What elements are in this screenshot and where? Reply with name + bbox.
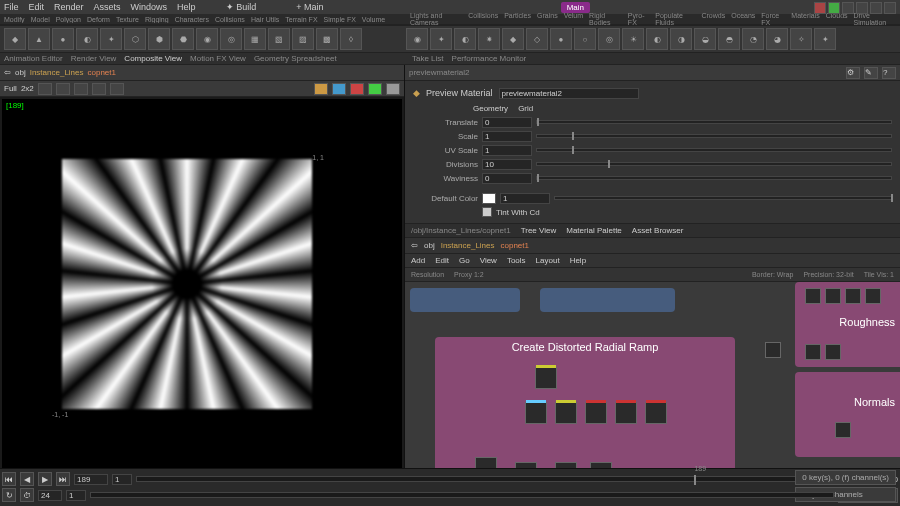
cop-node[interactable] xyxy=(615,402,637,424)
pane-tab[interactable]: Animation Editor xyxy=(4,54,63,63)
translate-slider[interactable] xyxy=(536,120,892,124)
shelf-tool-icon[interactable]: ◎ xyxy=(598,28,620,50)
step-back-icon[interactable]: ◀ xyxy=(20,472,34,486)
desktop-main[interactable]: Main xyxy=(304,2,324,12)
path-item[interactable]: Instance_Lines xyxy=(441,241,495,250)
shelf-tool-icon[interactable]: ▧ xyxy=(268,28,290,50)
layout-full[interactable]: Full xyxy=(4,84,17,93)
realtime-icon[interactable]: ⏱ xyxy=(20,488,34,502)
toolbar-icon[interactable] xyxy=(110,83,124,95)
toolbar-icon[interactable] xyxy=(56,83,70,95)
timeline-track[interactable]: 189 xyxy=(136,476,853,482)
shelf-tool-icon[interactable]: ◑ xyxy=(670,28,692,50)
shelf-tool-icon[interactable]: ◊ xyxy=(340,28,362,50)
uvscale-field[interactable] xyxy=(482,145,532,156)
shelf-tool-icon[interactable]: ◐ xyxy=(76,28,98,50)
viewport[interactable]: [189] 1, 1 -1, -1 xyxy=(2,99,402,499)
shelf-tool-icon[interactable]: ✷ xyxy=(478,28,500,50)
tab-matpalette[interactable]: Material Palette xyxy=(566,226,622,235)
fps-field[interactable] xyxy=(38,490,62,501)
cop-node[interactable] xyxy=(865,288,881,304)
shelf-tool-icon[interactable]: ▲ xyxy=(28,28,50,50)
layout-2x2[interactable]: 2x2 xyxy=(21,84,34,93)
help-icon[interactable]: ? xyxy=(882,67,896,79)
defcolor-field[interactable] xyxy=(500,193,550,204)
cop-node[interactable] xyxy=(805,344,821,360)
shelf-tool-icon[interactable]: ▨ xyxy=(292,28,314,50)
toolbar-icon[interactable] xyxy=(386,83,400,95)
shelf-tool-icon[interactable]: ⬡ xyxy=(124,28,146,50)
tab-assetbrowser[interactable]: Asset Browser xyxy=(632,226,684,235)
menu-help[interactable]: Help xyxy=(177,2,196,12)
menu-file[interactable]: File xyxy=(4,2,19,12)
pane-tab[interactable]: Motion FX View xyxy=(190,54,246,63)
shelf-tab-main-right[interactable]: Main xyxy=(561,2,590,13)
toolbar-icon[interactable] xyxy=(350,83,364,95)
param-tab[interactable]: Geometry xyxy=(473,104,508,113)
search-icon[interactable]: ✎ xyxy=(864,67,878,79)
toolbar-icon[interactable] xyxy=(332,83,346,95)
toolbar-icon[interactable] xyxy=(74,83,88,95)
toolbar-icon[interactable] xyxy=(368,83,382,95)
cop-node[interactable] xyxy=(525,402,547,424)
range-start[interactable] xyxy=(112,474,132,485)
waviness-field[interactable] xyxy=(482,173,532,184)
step-field[interactable] xyxy=(66,490,86,501)
net-tool-icon[interactable] xyxy=(884,2,896,14)
shelf-tool-icon[interactable]: ☀ xyxy=(622,28,644,50)
cop-node[interactable] xyxy=(825,344,841,360)
menu-windows[interactable]: Windows xyxy=(131,2,168,12)
toolbar-icon[interactable] xyxy=(92,83,106,95)
shelf-tool-icon[interactable]: ◎ xyxy=(220,28,242,50)
net-tool-icon[interactable] xyxy=(814,2,826,14)
cop-node[interactable] xyxy=(805,288,821,304)
param-tab[interactable]: Grid xyxy=(518,104,533,113)
shelf-tool-icon[interactable]: ◔ xyxy=(742,28,764,50)
uvscale-slider[interactable] xyxy=(536,148,892,152)
loop-icon[interactable]: ↻ xyxy=(2,488,16,502)
cop-node[interactable] xyxy=(835,422,851,438)
pane-tab[interactable]: Render View xyxy=(71,54,117,63)
node-group[interactable] xyxy=(540,288,675,312)
net-menu-help[interactable]: Help xyxy=(570,256,586,265)
cop-node[interactable] xyxy=(645,402,667,424)
path-back-icon[interactable]: ⇦ xyxy=(411,241,418,250)
cop-node[interactable] xyxy=(845,288,861,304)
shelf-tool-icon[interactable]: ✦ xyxy=(100,28,122,50)
timeline-scrub[interactable] xyxy=(90,492,834,498)
toolbar-icon[interactable] xyxy=(314,83,328,95)
divisions-slider[interactable] xyxy=(536,162,892,166)
net-menu-view[interactable]: View xyxy=(480,256,497,265)
net-tool-icon[interactable] xyxy=(842,2,854,14)
play-icon[interactable]: ▶ xyxy=(38,472,52,486)
node-name-field[interactable] xyxy=(499,88,639,99)
net-menu-go[interactable]: Go xyxy=(459,256,470,265)
divisions-field[interactable] xyxy=(482,159,532,170)
color-swatch[interactable] xyxy=(482,193,496,204)
defcolor-slider[interactable] xyxy=(554,196,892,200)
gear-icon[interactable]: ⚙ xyxy=(846,67,860,79)
net-menu-layout[interactable]: Layout xyxy=(536,256,560,265)
shelf-tool-icon[interactable]: ◓ xyxy=(718,28,740,50)
goto-start-icon[interactable]: ⏮ xyxy=(2,472,16,486)
shelf-tool-icon[interactable]: ● xyxy=(52,28,74,50)
translate-field[interactable] xyxy=(482,117,532,128)
net-menu-tools[interactable]: Tools xyxy=(507,256,526,265)
scale-slider[interactable] xyxy=(536,134,892,138)
cop-node[interactable] xyxy=(825,288,841,304)
pane-tab[interactable]: Performance Monitor xyxy=(452,54,527,63)
menu-edit[interactable]: Edit xyxy=(29,2,45,12)
scale-field[interactable] xyxy=(482,131,532,142)
cop-node[interactable] xyxy=(585,402,607,424)
net-menu-add[interactable]: Add xyxy=(411,256,425,265)
tab-tree[interactable]: Tree View xyxy=(521,226,557,235)
menu-assets[interactable]: Assets xyxy=(94,2,121,12)
menu-render[interactable]: Render xyxy=(54,2,84,12)
tint-checkbox[interactable]: ✓ xyxy=(482,207,492,217)
shelf-tool-icon[interactable]: ◆ xyxy=(4,28,26,50)
path-node[interactable]: copnet1 xyxy=(88,68,116,77)
net-tool-icon[interactable] xyxy=(856,2,868,14)
node-group[interactable] xyxy=(410,288,520,312)
shelf-tool-icon[interactable]: ◆ xyxy=(502,28,524,50)
waviness-slider[interactable] xyxy=(536,176,892,180)
